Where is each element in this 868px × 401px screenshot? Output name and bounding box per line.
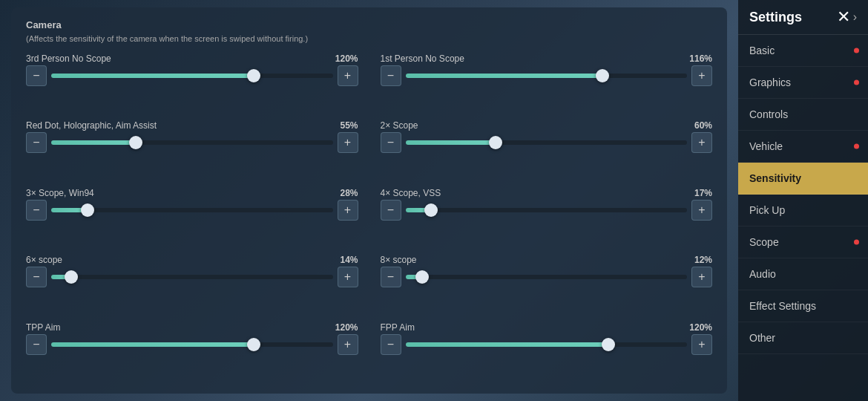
slider-increase-button[interactable]: +: [338, 334, 358, 355]
slider-decrease-button[interactable]: −: [26, 200, 47, 221]
slider-increase-button[interactable]: +: [338, 267, 358, 287]
sidebar-item-graphics[interactable]: Graphics: [738, 67, 868, 99]
slider-controls: −+: [26, 65, 358, 86]
sidebar-item-sensitivity[interactable]: Sensitivity: [738, 163, 868, 195]
notification-dot: [854, 144, 859, 149]
slider-decrease-button[interactable]: −: [26, 65, 47, 86]
slider-thumb[interactable]: [65, 270, 78, 284]
sidebar-item-effect-settings[interactable]: Effect Settings: [738, 290, 868, 322]
slider-increase-button[interactable]: +: [691, 267, 712, 287]
slider-increase-button[interactable]: +: [691, 132, 712, 153]
slider-fill: [51, 140, 136, 145]
slider-controls: −+: [381, 334, 713, 355]
main-content: Camera (Affects the sensitivity of the c…: [0, 0, 738, 401]
slider-decrease-button[interactable]: −: [26, 334, 47, 355]
close-icon: ✕: [837, 9, 850, 25]
slider-label-text: FPP Aim: [381, 322, 415, 333]
slider-label-row: 3× Scope, Win9428%: [26, 188, 358, 198]
slider-track: [406, 275, 688, 279]
slider-thumb[interactable]: [247, 69, 260, 82]
slider-fill: [406, 342, 608, 347]
slider-increase-button[interactable]: +: [691, 200, 712, 221]
close-button[interactable]: ✕ ›: [837, 9, 857, 25]
slider-decrease-button[interactable]: −: [26, 267, 47, 287]
panel-title: Camera: [26, 19, 712, 30]
slider-value: 60%: [694, 120, 712, 131]
slider-track-container[interactable]: [51, 65, 333, 86]
slider-track-container[interactable]: [51, 200, 333, 221]
slider-track-container[interactable]: [406, 334, 688, 355]
slider-decrease-button[interactable]: −: [381, 65, 401, 86]
slider-track-container[interactable]: [51, 267, 333, 287]
slider-controls: −+: [26, 200, 358, 221]
slider-track: [406, 342, 688, 347]
nav-item-label: Other: [749, 332, 775, 344]
slider-track: [406, 140, 688, 145]
slider-label-text: 8× scope: [381, 255, 417, 265]
slider-increase-button[interactable]: +: [338, 132, 358, 153]
slider-label-row: TPP Aim120%: [26, 322, 358, 333]
slider-thumb[interactable]: [415, 270, 429, 284]
slider-track-container[interactable]: [406, 132, 688, 153]
slider-value: 120%: [335, 322, 358, 333]
notification-dot: [854, 240, 859, 245]
sidebar-item-vehicle[interactable]: Vehicle: [738, 131, 868, 163]
nav-item-label: Audio: [749, 268, 776, 280]
slider-controls: −+: [26, 334, 358, 355]
nav-item-label: Basic: [749, 45, 775, 56]
slider-controls: −+: [26, 267, 358, 287]
slider-group: 2× Scope60%−+: [381, 120, 713, 180]
notification-dot: [854, 48, 859, 53]
slider-group: 3× Scope, Win9428%−+: [26, 188, 358, 247]
slider-controls: −+: [381, 65, 713, 86]
slider-decrease-button[interactable]: −: [381, 334, 401, 355]
settings-panel: Camera (Affects the sensitivity of the c…: [11, 7, 727, 394]
slider-thumb[interactable]: [424, 203, 438, 217]
slider-group: 6× scope14%−+: [26, 255, 358, 314]
slider-track-container[interactable]: [406, 200, 688, 221]
slider-label-text: TPP Aim: [26, 322, 60, 333]
slider-label-row: Red Dot, Holographic, Aim Assist55%: [26, 120, 358, 131]
slider-label-text: 3× Scope, Win94: [26, 188, 94, 198]
slider-increase-button[interactable]: +: [338, 65, 358, 86]
slider-value: 55%: [340, 120, 358, 131]
slider-value: 12%: [694, 255, 712, 265]
slider-decrease-button[interactable]: −: [26, 132, 47, 153]
slider-thumb[interactable]: [596, 69, 609, 82]
slider-label-text: 2× Scope: [381, 120, 418, 131]
slider-group: 3rd Person No Scope120%−+: [26, 53, 358, 113]
slider-track: [51, 275, 333, 279]
slider-group: 4× Scope, VSS17%−+: [381, 188, 713, 247]
slider-decrease-button[interactable]: −: [381, 200, 401, 221]
sidebar-item-pick-up[interactable]: Pick Up: [738, 195, 868, 226]
slider-track-container[interactable]: [406, 267, 688, 287]
nav-item-label: Scope: [749, 236, 779, 248]
slider-thumb[interactable]: [489, 136, 502, 149]
slider-label-text: 3rd Person No Scope: [26, 53, 111, 64]
slider-track-container[interactable]: [406, 65, 688, 86]
slider-increase-button[interactable]: +: [691, 334, 712, 355]
slider-decrease-button[interactable]: −: [381, 132, 401, 153]
sidebar-item-controls[interactable]: Controls: [738, 99, 868, 131]
slider-label-row: 3rd Person No Scope120%: [26, 53, 358, 64]
sidebar-item-audio[interactable]: Audio: [738, 258, 868, 290]
sidebar: Settings ✕ › BasicGraphicsControlsVehicl…: [738, 0, 868, 401]
slider-track-container[interactable]: [51, 132, 333, 153]
slider-thumb[interactable]: [247, 338, 260, 351]
sidebar-item-basic[interactable]: Basic: [738, 35, 868, 67]
slider-decrease-button[interactable]: −: [381, 267, 401, 287]
slider-thumb[interactable]: [602, 338, 615, 351]
slider-label-text: 4× Scope, VSS: [381, 188, 441, 198]
sidebar-item-other[interactable]: Other: [738, 322, 868, 354]
slider-track: [51, 140, 333, 145]
nav-item-label: Pick Up: [749, 204, 785, 216]
slider-thumb[interactable]: [81, 203, 94, 217]
slider-thumb[interactable]: [129, 136, 142, 149]
slider-label-text: 1st Person No Scope: [381, 53, 464, 64]
sidebar-item-scope[interactable]: Scope: [738, 226, 868, 258]
slider-increase-button[interactable]: +: [691, 65, 712, 86]
slider-track-container[interactable]: [51, 334, 333, 355]
nav-item-label: Vehicle: [749, 140, 783, 152]
slider-value: 14%: [340, 255, 358, 265]
slider-increase-button[interactable]: +: [338, 200, 358, 221]
